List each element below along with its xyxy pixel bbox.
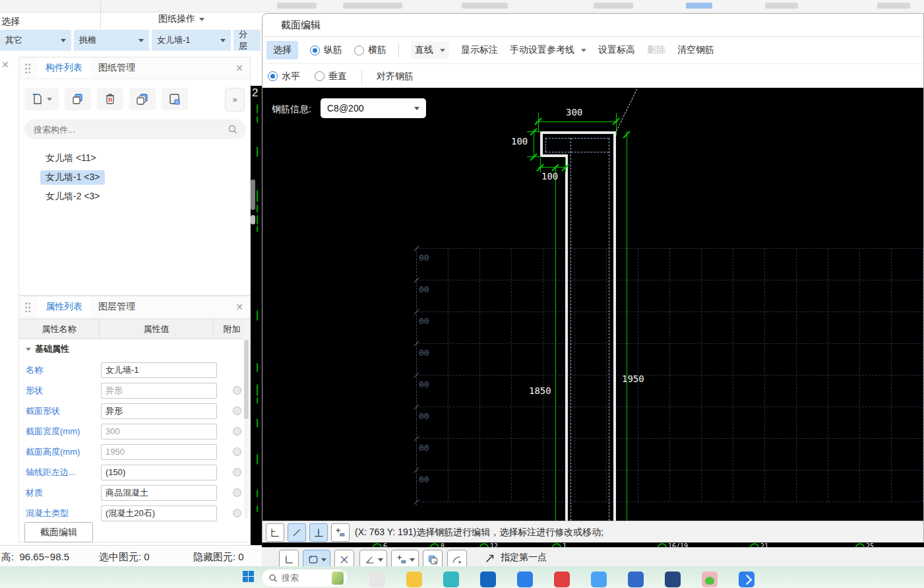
property-value-field[interactable]: 300 — [101, 424, 217, 440]
clipped-drawing-fragment — [257, 418, 260, 428]
property-row: 轴线距左边...(150) — [19, 462, 250, 482]
line-snap-button[interactable] — [288, 523, 306, 542]
ribbon-strip — [0, 0, 924, 13]
extra-checkbox[interactable] — [233, 509, 241, 517]
property-row: 名称女儿墙-1 — [19, 360, 250, 380]
显示标注-button[interactable]: 显示标注 — [461, 44, 498, 56]
component-list-item[interactable]: 女儿墙-2 <3> — [19, 187, 250, 206]
taskbar-search[interactable]: 搜索 — [261, 569, 348, 587]
property-value-field[interactable]: 商品混凝土 — [101, 485, 217, 501]
clipped-drawing-fragment — [257, 454, 260, 465]
pick-point-icon — [483, 551, 497, 564]
scrollbar-thumb[interactable] — [251, 180, 255, 210]
taskbar-app-icon[interactable] — [665, 572, 681, 587]
rebar-info-select[interactable]: C8@200 — [321, 98, 426, 118]
ortho-snap-button[interactable] — [266, 523, 284, 542]
tab-component-list[interactable]: 构件列表 — [38, 58, 90, 78]
save-component-button[interactable] — [162, 88, 188, 110]
清空钢筋-button[interactable]: 清空钢筋 — [677, 44, 714, 56]
taskbar-app-icon[interactable] — [591, 572, 607, 587]
taskbar-app-icon[interactable] — [406, 572, 422, 587]
extra-checkbox[interactable] — [233, 407, 241, 415]
radio-longitudinal-rebar[interactable]: 纵筋 — [310, 44, 342, 56]
close-icon[interactable]: ✕ — [235, 63, 243, 73]
extra-checkbox[interactable] — [233, 447, 241, 456]
windows-start-button[interactable] — [243, 571, 254, 582]
taskbar-app-icon[interactable] — [554, 572, 570, 587]
filter-combo[interactable]: 其它 — [0, 30, 73, 51]
tab-layer-manage[interactable]: 图层管理 — [90, 297, 143, 317]
taskbar-app-icon[interactable] — [739, 572, 755, 587]
close-icon[interactable]: ✕ — [1, 59, 9, 70]
search-input[interactable] — [32, 124, 228, 135]
radio-icon — [268, 71, 278, 81]
radio-horizontal[interactable]: 水平 — [268, 71, 300, 82]
property-value-field[interactable]: (混凝土20石) — [101, 506, 217, 521]
taskbar-app-icon[interactable] — [702, 572, 718, 587]
property-value-field[interactable]: (150) — [101, 465, 217, 480]
手动设置参考线-button[interactable]: 手动设置参考线 — [510, 44, 586, 56]
drag-handle-icon[interactable] — [24, 302, 31, 312]
extra-checkbox[interactable] — [233, 468, 241, 476]
scrollbar-thumb[interactable] — [244, 340, 249, 419]
delete-component-button[interactable] — [97, 88, 123, 110]
property-value-field[interactable]: 女儿墙-1 — [101, 362, 217, 378]
perpendicular-snap-button[interactable] — [309, 523, 328, 542]
rebar-dashed-line — [609, 138, 609, 521]
filter-combo[interactable]: 女儿墙-1 — [152, 30, 232, 51]
property-value-field[interactable]: 异形 — [101, 383, 217, 399]
chevron-down-icon — [139, 39, 144, 42]
scrollbar-track[interactable] — [244, 320, 249, 518]
clipped-drawing-fragment — [257, 215, 260, 224]
grid-line — [891, 248, 892, 502]
taskbar-app-icon[interactable] — [480, 572, 496, 587]
close-icon[interactable]: ✕ — [235, 302, 243, 312]
select-mode-button[interactable]: 选择 — [1, 16, 20, 28]
taskbar-app-icon[interactable] — [517, 572, 533, 587]
extra-checkbox[interactable] — [233, 427, 241, 436]
select-tool-button[interactable]: 选择 — [266, 41, 298, 59]
grid-line — [574, 248, 575, 502]
column-header: 属性名称 — [19, 319, 100, 339]
grid-line — [828, 248, 828, 502]
grid-line — [859, 248, 860, 502]
property-value-field[interactable]: 1950 — [101, 444, 217, 460]
component-list-item[interactable]: 女儿墙 <11> — [19, 148, 250, 168]
radio-vertical[interactable]: 垂直 — [315, 71, 347, 82]
clipped-drawing-fragment — [257, 190, 260, 202]
drag-handle-icon[interactable] — [24, 63, 31, 73]
taskbar-app-icon[interactable] — [628, 572, 644, 587]
rebar-dashed-line — [570, 138, 571, 521]
tab-property-list[interactable]: 属性列表 — [38, 297, 90, 317]
new-doc-icon — [31, 92, 44, 106]
extra-checkbox[interactable] — [233, 386, 241, 395]
直线-button[interactable]: 直线 — [411, 42, 449, 59]
设置标高-button[interactable]: 设置标高 — [598, 44, 635, 56]
copy-component-button[interactable] — [65, 88, 91, 110]
radio-icon — [310, 46, 320, 55]
ribbon-fragment — [343, 3, 402, 9]
copy-properties-button[interactable] — [129, 88, 156, 110]
chain-dim-label: 00 — [419, 411, 429, 421]
dimension-line — [616, 113, 617, 135]
radio-transverse-rebar[interactable]: 横筋 — [354, 44, 386, 56]
property-name: 截面宽度(mm) — [19, 426, 101, 438]
align-rebar-button[interactable]: 对齐钢筋 — [377, 71, 414, 82]
taskbar-app-icon[interactable] — [443, 572, 459, 587]
new-component-button[interactable] — [24, 88, 59, 110]
snap-point-button[interactable] — [331, 523, 350, 542]
property-value-field[interactable]: 异形 — [101, 403, 217, 419]
section-canvas[interactable]: 钢筋信息: C8@200 000000000000000030010010018… — [262, 88, 923, 521]
expand-toolbar-button[interactable]: » — [225, 88, 245, 112]
filter-combo[interactable]: 分层 — [233, 30, 262, 51]
extra-checkbox[interactable] — [233, 488, 241, 497]
filter-combo[interactable]: 挑檐 — [74, 30, 150, 51]
tab-drawing-manage[interactable]: 图纸管理 — [90, 58, 143, 78]
dim-label-1850: 1850 — [529, 385, 551, 396]
section-edit-button[interactable]: 截面编辑 — [24, 522, 93, 542]
property-group-row[interactable]: 基础属性 — [19, 340, 250, 358]
sheet-operations-dropdown[interactable]: 图纸操作 — [158, 13, 204, 25]
component-list-item[interactable]: 女儿墙-1 <3> — [19, 168, 250, 187]
taskbar-app-icon[interactable] — [369, 572, 385, 587]
axis-bubble-fragment: 25 — [855, 542, 874, 547]
